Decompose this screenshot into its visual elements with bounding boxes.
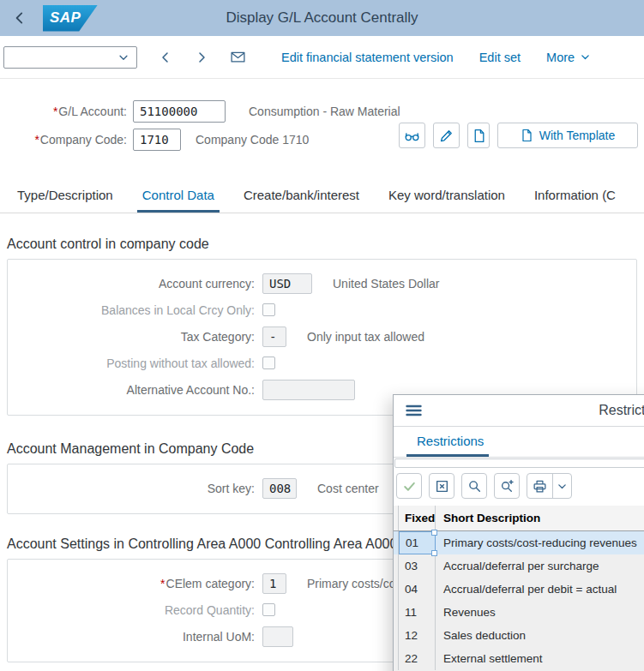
restrictions-table-header: Fixed Short Description [394, 506, 644, 531]
cell-fixed: 01 [399, 531, 436, 554]
group-box-account-control: Account currency: USD United States Doll… [7, 259, 637, 416]
tax-category-description: Only input tax allowed [307, 330, 424, 344]
search-more-button[interactable] [494, 473, 520, 499]
header-action-buttons: With Template [399, 123, 638, 148]
search-plus-icon [500, 479, 515, 494]
tab-create-bank-interest[interactable]: Create/bank/interest [244, 177, 359, 213]
account-currency-label: Account currency: [8, 277, 255, 291]
close-button[interactable] [429, 473, 454, 499]
table-row[interactable]: 04 Accrual/deferral per debit = actual [394, 578, 644, 601]
restrictions-dialog: Restrictions Restrictions [393, 394, 644, 671]
gl-account-input[interactable]: 51100000 [133, 100, 226, 123]
tax-category-field: - [262, 327, 286, 347]
edit-button[interactable] [433, 123, 460, 148]
print-split-button[interactable] [527, 473, 572, 499]
edit-set-label: Edit set [479, 51, 521, 64]
table-row[interactable]: 03 Accrual/deferral per surcharge [394, 554, 644, 578]
page-title: Display G/L Account Centrally [0, 9, 644, 27]
restrictions-toolbar [394, 468, 644, 504]
section-heading-account-control: Account control in company code [7, 237, 637, 252]
required-marker: * [53, 105, 57, 118]
required-marker: * [34, 133, 39, 147]
cell-short-description: Accrual/deferral per debit = actual [436, 578, 644, 601]
company-code-description: Company Code 1710 [196, 133, 309, 147]
table-row[interactable]: 12 Sales deduction [394, 624, 644, 647]
tab-control-data[interactable]: Control Data [142, 177, 214, 213]
balances-local-crcy-label: Balances in Local Crcy Only: [8, 303, 255, 317]
sap-display-gl-account-screen: SAP Display G/L Account Centrally Ed [0, 0, 644, 671]
top-shell-bar: SAP Display G/L Account Centrally [0, 0, 644, 36]
restrictions-table-body: 01 Primary costs/cost-reducing revenues … [394, 531, 644, 670]
posting-without-tax-row: Posting without tax allowed: [8, 350, 636, 376]
cell-short-description: Primary costs/cost-reducing revenues [436, 531, 644, 554]
page-icon [521, 129, 533, 142]
search-button[interactable] [461, 473, 487, 499]
record-quantity-label: Record Quantity: [8, 603, 255, 617]
restrictions-table: Fixed Short Description 01 Primary costs… [394, 506, 644, 671]
envelope-icon [230, 50, 246, 64]
posting-without-tax-checkbox [262, 356, 275, 369]
account-currency-row: Account currency: USD United States Doll… [8, 270, 636, 297]
sort-key-label: Sort key: [8, 482, 255, 495]
edit-financial-statement-version-label: Edit financial statement version [281, 51, 454, 64]
alternative-account-label: Alternative Account No.: [8, 383, 255, 397]
confirm-button[interactable] [396, 473, 422, 499]
tab-strip: Type/Description Control Data Create/ban… [0, 177, 644, 213]
alternative-account-field [262, 380, 355, 400]
column-header-fixed[interactable]: Fixed [399, 506, 436, 530]
celem-category-field: 1 [262, 573, 286, 594]
sort-key-description: Cost center [317, 482, 379, 495]
more-menu-button[interactable]: More [546, 51, 591, 64]
chevron-down-icon [111, 51, 136, 63]
active-tab-underline [406, 454, 489, 457]
navigate-forward-button[interactable] [184, 45, 220, 70]
celem-category-label: *CElem category: [8, 577, 255, 590]
cell-short-description: Sales deduction [436, 624, 644, 647]
balances-local-crcy-checkbox [262, 303, 275, 316]
with-template-button[interactable]: With Template [497, 123, 638, 148]
tab-key-word-translation[interactable]: Key word/translation [388, 177, 505, 213]
chevron-down-icon [580, 51, 591, 63]
internal-uom-field [262, 626, 293, 647]
table-row[interactable]: 11 Revenues [394, 601, 644, 624]
cell-fixed: 12 [399, 624, 436, 647]
glasses-icon [404, 129, 420, 143]
tab-type-description[interactable]: Type/Description [17, 177, 113, 213]
send-mail-button[interactable] [220, 45, 256, 70]
edit-set-link[interactable]: Edit set [479, 51, 521, 64]
cell-fixed: 03 [399, 554, 436, 578]
table-row[interactable]: 22 External settlement [394, 647, 644, 670]
transaction-combobox[interactable] [3, 46, 137, 69]
restrictions-dialog-title: Restrictions [599, 403, 644, 418]
hamburger-menu-button[interactable] [405, 404, 423, 417]
more-label: More [546, 51, 575, 64]
cell-fixed: 22 [399, 647, 436, 670]
edit-financial-statement-version-link[interactable]: Edit financial statement version [281, 51, 454, 64]
cell-short-description: Accrual/deferral per surcharge [436, 554, 644, 578]
copy-button[interactable] [467, 123, 490, 148]
pencil-icon [439, 129, 454, 143]
with-template-label: With Template [539, 129, 615, 142]
cell-fixed: 04 [399, 578, 436, 601]
chevron-right-icon [195, 51, 208, 64]
collapsed-filter-strip [394, 458, 644, 468]
gl-account-description: Consumption - Raw Material [249, 105, 400, 118]
company-code-input[interactable]: 1710 [133, 129, 181, 151]
tab-information[interactable]: Information (C [534, 177, 616, 213]
required-marker: * [160, 577, 165, 590]
column-header-short-description[interactable]: Short Description [436, 506, 644, 530]
cell-short-description: Revenues [436, 601, 644, 624]
boxed-x-icon [435, 479, 449, 494]
sort-key-field: 008 [262, 478, 297, 499]
navigate-back-button[interactable] [147, 45, 184, 70]
hamburger-icon [405, 404, 423, 417]
table-row[interactable]: 01 Primary costs/cost-reducing revenues [394, 531, 644, 554]
tab-restrictions[interactable]: Restrictions [417, 434, 484, 448]
page-icon [472, 129, 485, 143]
company-code-label: *Company Code: [0, 133, 127, 147]
restrictions-dialog-header: Restrictions [394, 395, 644, 427]
display-button[interactable] [399, 123, 425, 148]
application-toolbar: Edit financial statement version Edit se… [0, 36, 644, 79]
restrictions-tab-strip: Restrictions [394, 427, 644, 458]
balances-local-crcy-row: Balances in Local Crcy Only: [8, 297, 636, 323]
